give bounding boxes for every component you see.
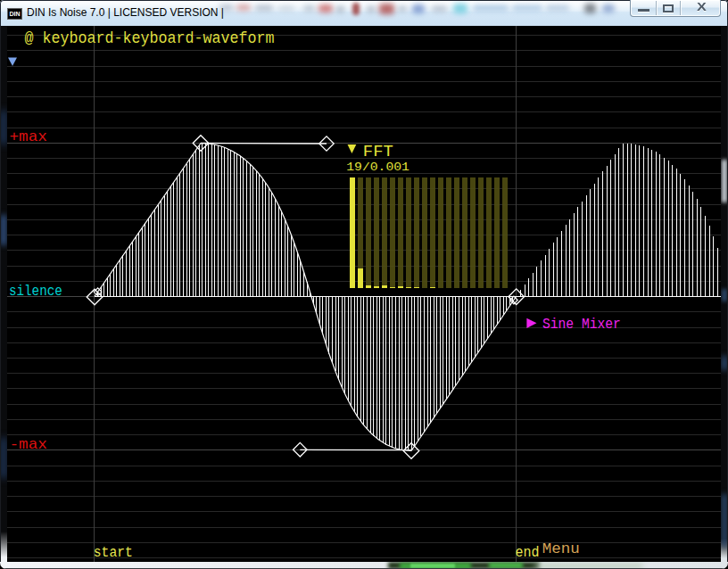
- svg-text:FFT: FFT: [363, 143, 393, 161]
- svg-text:end: end: [515, 545, 539, 561]
- svg-text:@ keyboard-keyboard-waveform: @ keyboard-keyboard-waveform: [25, 29, 275, 48]
- svg-text:-max: -max: [10, 436, 48, 453]
- svg-text:silence: silence: [9, 284, 62, 300]
- svg-text:+max: +max: [10, 128, 48, 145]
- svg-text:19/0.001: 19/0.001: [346, 161, 410, 174]
- svg-text:Menu: Menu: [542, 540, 580, 557]
- svg-text:Sine Mixer: Sine Mixer: [542, 316, 621, 333]
- svg-text:start: start: [94, 545, 133, 561]
